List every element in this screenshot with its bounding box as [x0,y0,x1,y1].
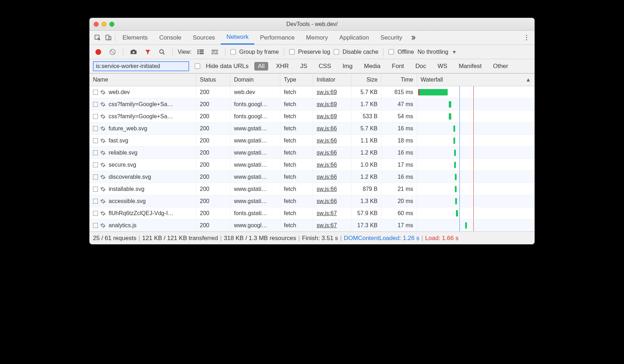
tab-elements[interactable]: Elements [117,31,154,45]
initiator-link[interactable]: sw.js:69 [317,113,337,120]
table-row[interactable]: css?family=Google+Sa…200fonts.googl…fetc… [89,110,535,123]
request-domain: www.gstati… [230,159,280,171]
status-load: Load: 1.66 s [425,235,459,242]
disable-cache-checkbox[interactable] [334,49,339,54]
filter-type-other[interactable]: Other [489,62,512,71]
hide-data-urls-checkbox[interactable] [195,63,200,69]
record-button[interactable] [93,47,104,57]
table-row[interactable]: analytics.js200www.googl…fetchsw.js:6717… [89,219,535,232]
row-checkbox[interactable] [93,211,98,216]
filter-bar: Hide data URLs AllXHRJSCSSImgMediaFontDo… [89,59,535,73]
row-checkbox[interactable] [93,223,98,228]
filter-type-xhr[interactable]: XHR [272,62,292,71]
request-type: fetch [280,123,313,134]
filter-type-media[interactable]: Media [360,62,384,71]
table-row[interactable]: future_web.svg200www.gstati…fetchsw.js:6… [89,123,535,135]
initiator-link[interactable]: sw.js:67 [317,210,337,217]
filter-type-all[interactable]: All [254,62,268,71]
search-icon[interactable] [157,47,167,57]
row-checkbox[interactable] [93,138,98,143]
column-type[interactable]: Type [280,74,313,86]
tab-console[interactable]: Console [154,31,187,45]
request-status: 200 [196,195,230,207]
tab-network[interactable]: Network [221,31,254,45]
hide-data-urls-label: Hide data URLs [206,63,249,70]
large-rows-icon[interactable] [195,47,206,57]
filter-type-doc[interactable]: Doc [412,62,430,71]
table-row[interactable]: flUhRq6tzZclQEJ-Vdg-I…200fonts.gstati…fe… [89,207,535,219]
capture-screenshots-icon[interactable] [128,47,139,57]
inspect-element-icon[interactable] [92,32,103,43]
waterfall-cell [417,135,535,146]
initiator-link[interactable]: sw.js:69 [317,89,337,95]
offline-checkbox[interactable] [389,49,394,54]
initiator-link[interactable]: sw.js:66 [317,150,337,156]
column-time[interactable]: Time [381,74,417,86]
request-type: fetch [280,219,313,231]
row-checkbox[interactable] [93,199,98,204]
table-row[interactable]: reliable.svg200www.gstati…fetchsw.js:661… [89,147,535,159]
initiator-link[interactable]: sw.js:67 [317,222,337,229]
filter-icon[interactable] [142,47,153,57]
table-row[interactable]: accessible.svg200www.gstati…fetchsw.js:6… [89,195,535,207]
request-status: 200 [196,171,230,183]
filter-input[interactable] [93,61,189,71]
table-row[interactable]: secure.svg200www.gstati…fetchsw.js:661.0… [89,159,535,171]
throttling-chevron-icon[interactable]: ▼ [452,49,457,55]
table-row[interactable]: fast.svg200www.gstati…fetchsw.js:661.1 K… [89,135,535,147]
row-checkbox[interactable] [93,126,98,131]
preserve-log-checkbox[interactable] [289,49,295,54]
filter-type-js[interactable]: JS [297,62,311,71]
table-row[interactable]: web.dev200web.devfetchsw.js:695.7 KB815 … [89,86,535,98]
row-checkbox[interactable] [93,162,98,167]
column-domain[interactable]: Domain [230,74,280,86]
filter-type-img[interactable]: Img [339,62,356,71]
request-size: 1.2 KB [352,171,381,183]
tab-performance[interactable]: Performance [254,31,300,45]
request-status: 200 [196,86,230,98]
tab-application[interactable]: Application [334,31,375,45]
column-status[interactable]: Status [196,74,230,86]
svg-rect-2 [109,36,111,40]
initiator-link[interactable]: sw.js:66 [317,198,337,204]
request-size: 1.3 KB [352,195,381,207]
filter-type-font[interactable]: Font [388,62,407,71]
initiator-link[interactable]: sw.js:66 [317,125,337,132]
column-initiator[interactable]: Initiator [313,74,352,86]
initiator-link[interactable]: sw.js:69 [317,101,337,108]
tab-security[interactable]: Security [375,31,408,45]
row-checkbox[interactable] [93,187,98,192]
kebab-menu-icon[interactable] [521,32,532,43]
row-checkbox[interactable] [93,102,98,107]
column-size[interactable]: Size [352,74,381,86]
group-by-frame-checkbox[interactable] [230,49,236,54]
clear-button[interactable] [107,47,118,57]
svg-rect-9 [199,51,204,52]
initiator-link[interactable]: sw.js:66 [317,186,337,192]
overview-icon[interactable] [209,47,220,57]
table-row[interactable]: discoverable.svg200www.gstati…fetchsw.js… [89,171,535,183]
column-waterfall[interactable]: Waterfall▲ [417,74,535,86]
initiator-link[interactable]: sw.js:66 [317,174,337,180]
network-toolbar: View: Group by frame Preserve log Disabl… [89,45,535,59]
tab-sources[interactable]: Sources [187,31,220,45]
row-checkbox[interactable] [93,175,98,180]
row-checkbox[interactable] [93,90,98,95]
initiator-link[interactable]: sw.js:66 [317,162,337,168]
device-mode-icon[interactable] [103,32,114,43]
tab-memory[interactable]: Memory [300,31,333,45]
filter-type-manifest[interactable]: Manifest [455,62,485,71]
row-checkbox[interactable] [93,150,98,155]
request-size: 57.9 KB [352,207,381,219]
gear-icon [100,223,106,228]
table-row[interactable]: css?family=Google+Sa…200fonts.googl…fetc… [89,98,535,110]
column-name[interactable]: Name [89,74,196,86]
request-time: 17 ms [381,159,417,171]
filter-type-ws[interactable]: WS [434,62,451,71]
row-checkbox[interactable] [93,114,98,119]
more-tabs-icon[interactable] [408,32,418,43]
table-row[interactable]: installable.svg200www.gstati…fetchsw.js:… [89,183,535,195]
throttling-select[interactable]: No throttling [417,49,448,55]
filter-type-css[interactable]: CSS [315,62,335,71]
initiator-link[interactable]: sw.js:66 [317,137,337,144]
